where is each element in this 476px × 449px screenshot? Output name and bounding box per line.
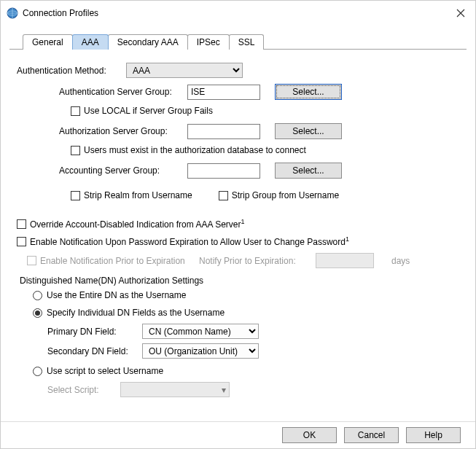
content-area: General AAA Secondary AAA IPSec SSL Auth… [1, 34, 475, 428]
notify-days-label: Notify Prior to Expiration: [199, 256, 316, 266]
auth-server-label: Authentication Server Group: [59, 87, 187, 97]
auth-method-label: Authentication Method: [17, 66, 126, 76]
enable-notify-label: Enable Notification Upon Password Expira… [30, 235, 349, 247]
select-script-row: Select Script: ▾ [47, 382, 462, 397]
acct-server-select-button[interactable]: Select... [275, 163, 342, 179]
dn-script-label: Use script to select Username [47, 366, 163, 376]
tab-ipsec[interactable]: IPSec [187, 34, 230, 50]
chevron-down-icon: ▾ [222, 385, 226, 395]
titlebar: Connection Profiles [1, 1, 475, 24]
secondary-dn-select[interactable]: OU (Organization Unit) [142, 343, 259, 359]
dn-script-radio[interactable]: Use script to select Username [33, 366, 462, 376]
dn-section: Distinguished Name(DN) Authorization Set… [20, 276, 462, 397]
use-local-label: Use LOCAL if Server Group Fails [84, 106, 213, 116]
tab-ssl[interactable]: SSL [229, 34, 265, 50]
tab-aaa[interactable]: AAA [72, 34, 109, 50]
acct-server-label: Accounting Server Group: [59, 165, 187, 176]
must-exist-checkbox[interactable]: Users must exist in the authorization da… [71, 145, 462, 155]
notify-prior-checkbox [27, 256, 36, 265]
dn-specify-radio[interactable]: Specify Individual DN Fields as the User… [33, 308, 462, 318]
dn-entire-radio[interactable]: Use the Entire DN as the Username [33, 290, 462, 300]
strip-group-label: Strip Group from Username [232, 190, 339, 200]
acct-server-input[interactable] [187, 163, 260, 179]
strip-realm-checkbox[interactable]: Strip Realm from Username [71, 190, 192, 200]
authz-server-label: Authorization Server Group: [59, 126, 187, 136]
dn-entire-label: Use the Entire DN as the Username [47, 290, 186, 300]
strip-realm-label: Strip Realm from Username [84, 190, 192, 200]
secondary-dn-label: Secondary DN Field: [47, 346, 142, 356]
button-bar: OK Cancel Help [1, 421, 475, 448]
notify-prior-label: Enable Notification Prior to Expiration [40, 256, 199, 266]
primary-dn-select[interactable]: CN (Common Name) [142, 324, 259, 339]
ok-button[interactable]: OK [282, 427, 337, 443]
tab-general[interactable]: General [23, 34, 73, 50]
select-script-label: Select Script: [47, 385, 120, 395]
auth-server-select-button[interactable]: Select... [275, 84, 342, 100]
override-checkbox[interactable]: Override Account-Disabled Indication fro… [17, 218, 462, 230]
tab-secondary-aaa[interactable]: Secondary AAA [108, 34, 188, 50]
auth-server-input[interactable] [187, 85, 260, 100]
dialog-window: Connection Profiles General AAA Secondar… [0, 0, 476, 449]
tabbar: General AAA Secondary AAA IPSec SSL [23, 34, 467, 50]
notify-prior-row: Enable Notification Prior to Expiration … [27, 253, 462, 268]
dn-specify-label: Specify Individual DN Fields as the User… [47, 308, 225, 318]
notify-days-input [316, 253, 374, 268]
primary-dn-label: Primary DN Field: [47, 327, 142, 337]
cancel-button[interactable]: Cancel [344, 427, 399, 443]
must-exist-label: Users must exist in the authorization da… [84, 145, 306, 155]
auth-method-select[interactable]: AAA [126, 63, 243, 78]
select-script-dropdown: ▾ [120, 382, 230, 397]
close-icon[interactable] [453, 7, 468, 20]
help-button[interactable]: Help [406, 427, 461, 443]
strip-group-checkbox[interactable]: Strip Group from Username [219, 190, 339, 200]
use-local-checkbox[interactable]: Use LOCAL if Server Group Fails [71, 106, 462, 116]
tab-panel-aaa: Authentication Method: AAA Authenticatio… [9, 49, 467, 428]
enable-notify-checkbox[interactable]: Enable Notification Upon Password Expira… [17, 235, 462, 247]
days-unit: days [391, 256, 410, 266]
dialog-title: Connection Profiles [23, 8, 453, 18]
authz-server-input[interactable] [187, 124, 260, 139]
globe-icon [7, 7, 18, 19]
authz-server-select-button[interactable]: Select... [275, 123, 342, 139]
dn-title: Distinguished Name(DN) Authorization Set… [20, 276, 462, 286]
override-label: Override Account-Disabled Indication fro… [30, 218, 245, 230]
